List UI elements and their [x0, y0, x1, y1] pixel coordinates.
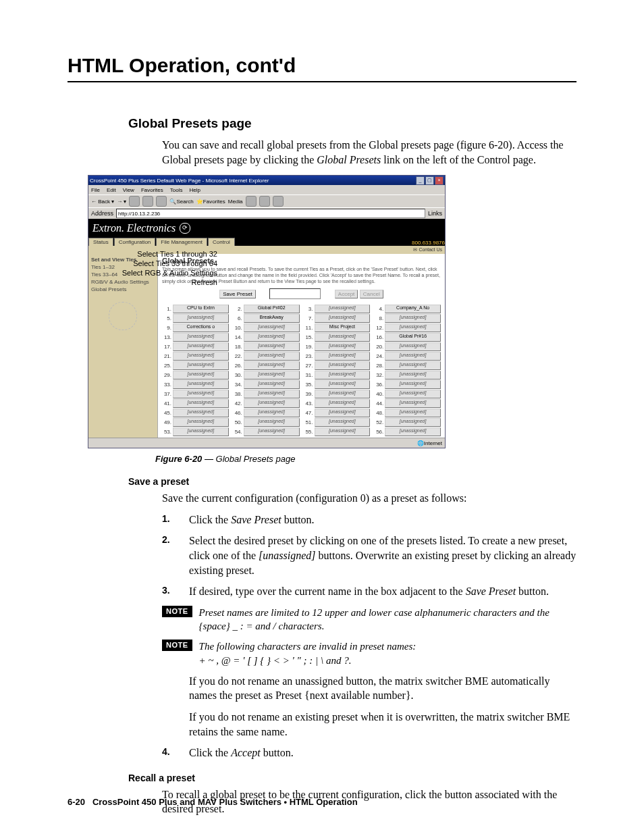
preset-button[interactable]: [unassigned]	[315, 342, 371, 351]
preset-number: 7.	[304, 315, 313, 321]
menu-item[interactable]: Tools	[170, 187, 183, 193]
preset-button[interactable]: [unassigned]	[385, 399, 441, 408]
preset-button[interactable]: [unassigned]	[173, 409, 229, 417]
preset-button[interactable]: [unassigned]	[173, 418, 229, 427]
preset-button[interactable]: [unassigned]	[173, 371, 229, 380]
preset-number: 5.	[162, 315, 171, 321]
menu-item[interactable]: View	[123, 187, 134, 193]
preset-button[interactable]: [unassigned]	[173, 361, 229, 370]
preset-button[interactable]: [unassigned]	[173, 314, 229, 323]
preset-button[interactable]: [unassigned]	[173, 333, 229, 342]
tab[interactable]: Configuration	[114, 238, 156, 246]
preset-button[interactable]: [unassigned]	[173, 390, 229, 398]
preset-button[interactable]: [unassigned]	[315, 314, 371, 323]
preset-number: 13.	[162, 334, 171, 340]
menu-item[interactable]: Favorites	[141, 187, 163, 193]
step-num: 4.	[162, 746, 189, 760]
preset-button[interactable]: [unassigned]	[244, 352, 300, 361]
favorites-button[interactable]: ⭐Favorites	[196, 199, 225, 205]
preset-button[interactable]: [unassigned]	[244, 418, 300, 427]
accept-button[interactable]: Accept	[335, 290, 358, 298]
mail-icon[interactable]	[259, 196, 270, 207]
forward-button[interactable]: → ▾	[117, 199, 126, 205]
preset-button[interactable]: Misc Project	[315, 323, 371, 332]
close-icon[interactable]: ×	[435, 176, 444, 185]
back-button[interactable]: ← Back ▾	[91, 199, 114, 205]
preset-button[interactable]: [unassigned]	[385, 427, 441, 436]
preset-button[interactable]: Global Pr#16	[385, 333, 441, 342]
preset-number: 6.	[233, 315, 242, 321]
preset-button[interactable]: [unassigned]	[244, 333, 300, 342]
preset-button[interactable]: [unassigned]	[173, 380, 229, 389]
cancel-button[interactable]: Cancel	[360, 290, 383, 298]
preset-button[interactable]: [unassigned]	[385, 314, 441, 323]
preset-button[interactable]: [unassigned]	[315, 371, 371, 380]
preset-button[interactable]: [unassigned]	[244, 361, 300, 370]
step-text: If desired, type over the current name i…	[189, 584, 576, 599]
preset-button[interactable]: [unassigned]	[244, 380, 300, 389]
window-title: CrossPoint 450 Plus Series Default Web P…	[90, 178, 269, 184]
save-preset-button[interactable]: Save Preset	[219, 290, 256, 298]
links-label[interactable]: Links	[428, 210, 442, 217]
preset-button[interactable]: [unassigned]	[385, 361, 441, 370]
preset-button[interactable]: [unassigned]	[315, 409, 371, 417]
preset-button[interactable]: [unassigned]	[315, 380, 371, 389]
preset-button[interactable]: [unassigned]	[315, 361, 371, 370]
preset-button[interactable]: [unassigned]	[173, 342, 229, 351]
preset-button[interactable]: [unassigned]	[315, 399, 371, 408]
preset-number: 40.	[374, 391, 383, 397]
preset-button[interactable]: [unassigned]	[244, 399, 300, 408]
preset-button[interactable]: [unassigned]	[244, 390, 300, 398]
preset-button[interactable]: Corrections o	[173, 323, 229, 332]
preset-button[interactable]: CPU to Extrn	[173, 305, 229, 313]
preset-button[interactable]: [unassigned]	[385, 409, 441, 417]
address-label: Address	[91, 210, 113, 217]
preset-button[interactable]: [unassigned]	[315, 390, 371, 398]
search-button[interactable]: 🔍Search	[169, 199, 193, 205]
preset-button[interactable]: [unassigned]	[173, 427, 229, 436]
menu-item[interactable]: File	[91, 187, 100, 193]
note-block: NOTE Preset names are limited to 12 uppe…	[162, 606, 576, 633]
preset-button[interactable]: Company_A No	[385, 305, 441, 313]
step-text: Click the Save Preset button.	[189, 513, 576, 527]
preset-button[interactable]: [unassigned]	[173, 352, 229, 361]
preset-button[interactable]: [unassigned]	[244, 371, 300, 380]
tab[interactable]: Status	[88, 238, 113, 246]
callout: Select RGB & Audio Settings	[122, 268, 217, 278]
preset-button[interactable]: [unassigned]	[315, 333, 371, 342]
preset-button[interactable]: BreakAway	[244, 314, 300, 323]
maximize-icon[interactable]: ▢	[425, 176, 434, 185]
address-input[interactable]	[116, 209, 425, 218]
preset-button[interactable]: [unassigned]	[385, 418, 441, 427]
preset-button[interactable]: [unassigned]	[385, 342, 441, 351]
preset-button[interactable]: [unassigned]	[315, 352, 371, 361]
contact-link[interactable]: ✉ Contact Us	[413, 247, 442, 253]
preset-button[interactable]: [unassigned]	[385, 352, 441, 361]
menu-item[interactable]: Edit	[107, 187, 116, 193]
minimize-icon[interactable]: _	[416, 176, 425, 185]
stop-icon[interactable]	[129, 196, 140, 207]
preset-button[interactable]: [unassigned]	[385, 380, 441, 389]
menu-item[interactable]: Help	[189, 187, 200, 193]
home-icon[interactable]	[156, 196, 167, 207]
preset-name-input[interactable]	[269, 288, 321, 299]
media-button[interactable]: Media	[228, 199, 243, 205]
preset-button[interactable]: [unassigned]	[244, 342, 300, 351]
preset-button[interactable]: [unassigned]	[385, 371, 441, 380]
preset-button[interactable]: [unassigned]	[244, 427, 300, 436]
preset-button[interactable]: [unassigned]	[244, 409, 300, 417]
preset-button[interactable]: [unassigned]	[244, 323, 300, 332]
tab[interactable]: Control	[208, 238, 235, 246]
tab[interactable]: File Management	[156, 238, 207, 246]
history-icon[interactable]	[246, 196, 257, 207]
preset-button[interactable]: [unassigned]	[385, 390, 441, 398]
preset-button[interactable]: Global Pr#02	[244, 305, 300, 313]
sidenav-item[interactable]: Global Presets	[91, 286, 155, 292]
print-icon[interactable]	[273, 196, 284, 207]
preset-button[interactable]: [unassigned]	[315, 418, 371, 427]
preset-button[interactable]: [unassigned]	[315, 305, 371, 313]
preset-button[interactable]: [unassigned]	[173, 399, 229, 408]
preset-button[interactable]: [unassigned]	[315, 427, 371, 436]
preset-button[interactable]: [unassigned]	[385, 323, 441, 332]
refresh-icon[interactable]	[142, 196, 153, 207]
